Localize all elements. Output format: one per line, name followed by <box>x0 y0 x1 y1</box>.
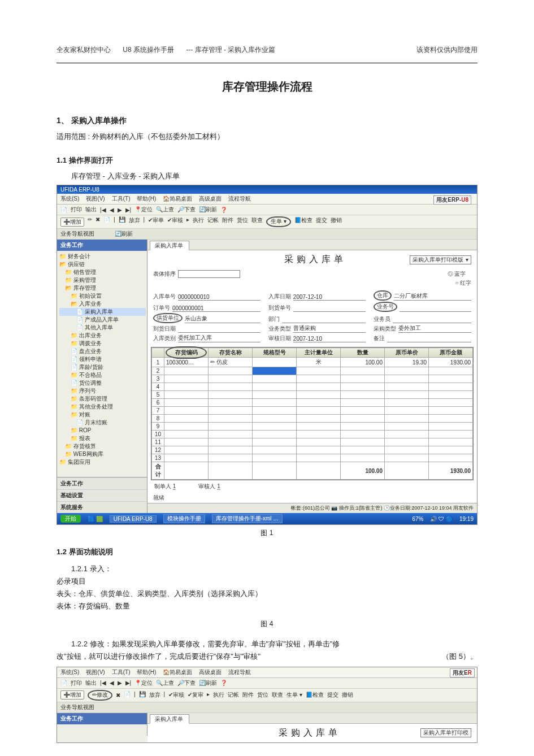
menubar[interactable]: 系统(S)视图(V)工具(T)帮助(H)🏠简易桌面高级桌面流程导航 <box>57 194 477 205</box>
tree-item-16[interactable]: 📄 货位调整 <box>59 379 146 387</box>
delete-button[interactable]: ✖ <box>116 692 120 698</box>
tool-2[interactable]: 📄 <box>103 216 110 227</box>
tool2b-14[interactable]: 📘检查 <box>306 691 324 699</box>
field-order-no[interactable]: 0000000001 <box>172 305 261 312</box>
tree-item-24[interactable]: 📁 存货核算 <box>59 442 146 450</box>
tree-item-12[interactable]: 📄 盘点业务 <box>59 347 146 355</box>
col-6[interactable]: 原币金额 <box>429 348 473 358</box>
item-6[interactable]: ▶| <box>125 680 132 686</box>
tool-1[interactable]: ✖ <box>95 216 100 227</box>
tool-16[interactable]: 📘检查 <box>294 216 312 227</box>
field-arrival-no[interactable] <box>293 311 366 312</box>
tree-item-18[interactable]: 📁 条形码管理 <box>59 395 146 403</box>
start-button[interactable]: 开始 <box>60 515 81 523</box>
item-1[interactable]: 视图(V) <box>86 668 105 676</box>
item-8[interactable]: 🔍上查 <box>156 679 174 687</box>
item-3[interactable]: |◀ <box>100 680 106 686</box>
generate-bill-button-circled[interactable]: 生单 ▾ <box>266 216 291 227</box>
tool-8[interactable]: ✔审核 <box>167 216 183 227</box>
tree-item-15[interactable]: 📁 不合格品 <box>59 371 146 379</box>
field-bizno[interactable] <box>400 311 471 312</box>
tree-item-22[interactable]: 📁 ROP <box>59 427 146 435</box>
tool-7[interactable]: ✔审单 <box>148 216 164 227</box>
item-1[interactable]: 打印 <box>71 206 82 214</box>
tree-item-1[interactable]: 📂 供应链 <box>59 260 146 268</box>
tool-0[interactable]: ✏ <box>88 216 92 227</box>
item-0[interactable]: 系统(S) <box>60 668 79 676</box>
refresh-button[interactable]: 🔄刷新 <box>115 230 133 238</box>
item-0[interactable]: 系统(S) <box>60 195 79 203</box>
item-7[interactable]: 📍定位 <box>134 679 153 687</box>
field-rkrq[interactable]: 2007-12-10 <box>293 294 366 301</box>
tool-10[interactable]: 执行 <box>193 216 204 227</box>
item-0[interactable]: 📄 <box>60 680 67 686</box>
nav-foot-2[interactable]: 系统服务 <box>57 501 147 513</box>
tree-item-0[interactable]: 📁 财务会计 <box>59 253 146 260</box>
tree-item-8[interactable]: 📄 产成品入库单 <box>59 316 146 324</box>
taskbar-app-2[interactable]: 模块操作手册 <box>163 514 205 523</box>
tree-item-3[interactable]: 📁 采购管理 <box>59 276 146 284</box>
tree-item-4[interactable]: 📂 库存管理 <box>59 284 146 292</box>
tree-item-14[interactable]: 📄 库龄/货龄 <box>59 363 146 371</box>
tree-item-11[interactable]: 📁 调拨业务 <box>59 340 146 347</box>
field-dept[interactable] <box>282 323 366 323</box>
tree-item-25[interactable]: 📁 WEB网购库 <box>59 450 146 458</box>
item-5[interactable]: 高级桌面 <box>199 195 222 203</box>
item-5[interactable]: 高级桌面 <box>199 668 222 676</box>
item-0[interactable]: 📄 <box>60 207 67 213</box>
tool2b-4[interactable]: | <box>164 691 166 699</box>
tree-item-23[interactable]: 📁 报表 <box>59 435 146 442</box>
col-3[interactable]: 主计量单位 <box>297 348 341 358</box>
tool2b-1[interactable]: | <box>134 691 136 699</box>
tree-item-19[interactable]: 📁 其他业务处理 <box>59 403 146 411</box>
tree-item-6[interactable]: 📂 入库业务 <box>59 300 146 308</box>
tool2b-3[interactable]: 放弃 <box>149 691 160 699</box>
tool2b-2[interactable]: 💾 <box>139 691 146 699</box>
tool2b-6[interactable]: ✔复审 <box>188 691 203 699</box>
item-2[interactable]: 工具(T) <box>112 195 131 203</box>
tool-13[interactable]: 货位 <box>237 216 248 227</box>
data-grid[interactable]: 存货编码存货名称规格型号主计量单位数量原币单价原币金额 11003000…✏ 仿… <box>151 347 474 480</box>
sort-select[interactable] <box>178 270 240 278</box>
add-button-2[interactable]: ➕增加 <box>60 690 84 699</box>
col-5[interactable]: 原币单价 <box>385 348 429 358</box>
tree-item-2[interactable]: 📁 销售管理 <box>59 268 146 276</box>
item-4[interactable]: 🏠简易桌面 <box>163 195 192 203</box>
tool-3[interactable]: | <box>114 216 115 227</box>
tool-18[interactable]: 撤销 <box>331 216 342 227</box>
col-1[interactable]: 存货名称 <box>209 348 253 358</box>
tool2b-0[interactable]: 📄 <box>124 691 131 699</box>
tab-purchase-in[interactable]: 采购入库单 <box>150 241 189 250</box>
toolbar-2a[interactable]: 📄打印输出|◀◀▶▶|📍定位🔍上查🔎下查🔄刷新❓ <box>57 678 477 689</box>
item-2[interactable]: 工具(T) <box>112 668 131 676</box>
item-6[interactable]: 流程导航 <box>228 195 251 203</box>
tool-6[interactable]: | <box>144 216 145 227</box>
tool-12[interactable]: 附件 <box>222 216 233 227</box>
print-template-select[interactable]: 采购入库单打印模版▾ <box>410 255 471 264</box>
item-1[interactable]: 视图(V) <box>86 195 105 203</box>
item-11[interactable]: ❓ <box>220 207 227 213</box>
toolbar-2b[interactable]: ➕增加 ✏修改 ✖ 📄|💾放弃|✔审核✔复审▸执行记帐附件货位联查生单 ▾📘检查… <box>57 689 477 702</box>
tool-11[interactable]: 记帐 <box>207 216 219 227</box>
print-template-select-2[interactable]: 采购入库单打印模 <box>420 728 471 737</box>
item-2[interactable]: 输出 <box>85 206 97 214</box>
field-biz-type[interactable]: 普通采购 <box>293 324 366 333</box>
tab-row[interactable]: 采购入库单 <box>147 240 477 250</box>
taskbar-app-3[interactable]: 库存管理操作手册-xml … <box>212 514 283 523</box>
taskbar[interactable]: 开始 🟦 🟩 UFIDA ERP-U8 模块操作手册 库存管理操作手册-xml … <box>57 513 477 524</box>
item-3[interactable]: 帮助(H) <box>137 195 156 203</box>
toolbar-2[interactable]: ➕增加 ✏✖📄|💾放弃|✔审单✔审核▸执行记帐附件货位联查生单 ▾📘检查提交撤销 <box>57 215 477 229</box>
field-purchase-type[interactable]: 委外加工 <box>398 324 471 333</box>
tree-item-5[interactable]: 📁 初始设置 <box>59 292 146 300</box>
item-7[interactable]: 📍定位 <box>134 206 153 214</box>
field-in-category[interactable]: 委托加工入库 <box>178 334 261 342</box>
item-10[interactable]: 🔄刷新 <box>199 206 217 214</box>
flag-blue[interactable]: ◎ 蓝字 <box>448 270 466 278</box>
tree-item-10[interactable]: 📁 出库业务 <box>59 332 146 340</box>
col-0[interactable]: 存货编码 <box>164 348 209 358</box>
tool-4[interactable]: 💾 <box>119 216 125 227</box>
tool2b-5[interactable]: ✔审核 <box>168 691 184 699</box>
item-4[interactable]: ◀ <box>110 680 114 686</box>
nav-foot-0[interactable]: 业务工作 <box>57 477 147 489</box>
tool-17[interactable]: 提交 <box>316 216 327 227</box>
